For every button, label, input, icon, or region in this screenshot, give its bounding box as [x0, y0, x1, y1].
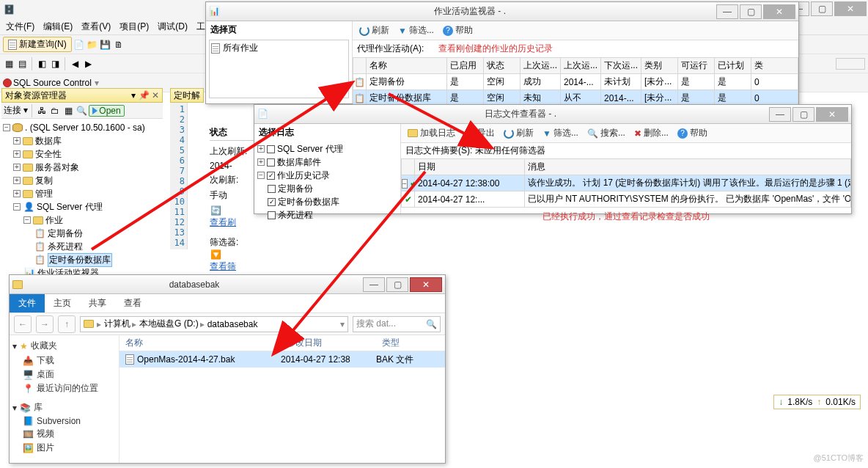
- load-log-button[interactable]: 加载日志: [404, 125, 459, 142]
- toolbar-dropdown[interactable]: [836, 58, 865, 70]
- tree-sql-agent[interactable]: SQL Server 代理: [37, 201, 103, 213]
- col-date[interactable]: 修改日期: [281, 335, 376, 351]
- sidebar-favorites[interactable]: 收藏夹: [31, 340, 57, 352]
- export-button[interactable]: 📤导出: [460, 125, 499, 142]
- tree-job-item[interactable]: 定期备份: [48, 227, 83, 240]
- tab-view[interactable]: 查看: [115, 294, 150, 312]
- close-button[interactable]: ✕: [834, 1, 867, 16]
- log-tree-job[interactable]: 定时备份数据库: [278, 196, 339, 208]
- refresh-button[interactable]: 刷新: [500, 125, 537, 142]
- log-tree-history[interactable]: 作业历史记录: [277, 169, 330, 182]
- toolbar-icon[interactable]: ◀: [69, 58, 81, 70]
- explorer-sidebar[interactable]: ▾★收藏夹 📥下载 🖥️桌面 📍最近访问的位置 ▾📚库 📘Subversion …: [10, 335, 119, 463]
- maximize-button[interactable]: ▢: [740, 4, 762, 19]
- expand-icon[interactable]: +: [13, 177, 21, 184]
- sidebar-video[interactable]: 视频: [37, 428, 54, 440]
- checkbox[interactable]: [268, 185, 276, 193]
- menu-edit[interactable]: 编辑(E): [43, 21, 73, 33]
- expand-icon[interactable]: +: [13, 150, 21, 158]
- checkbox[interactable]: [268, 211, 276, 219]
- sidebar-downloads[interactable]: 下载: [37, 354, 54, 367]
- col-lastrun2[interactable]: 上次运...: [561, 58, 601, 74]
- toolbar-icon[interactable]: ◨: [49, 58, 61, 70]
- tree-replication[interactable]: 复制: [35, 175, 53, 187]
- checkbox[interactable]: [267, 158, 275, 167]
- collapse-icon[interactable]: −: [13, 203, 21, 211]
- all-jobs-item[interactable]: 所有作业: [223, 42, 258, 54]
- checkbox-checked[interactable]: ✓: [268, 198, 276, 206]
- toolbar-icon[interactable]: ◧: [36, 58, 48, 70]
- chevron-down-icon[interactable]: ▾: [340, 319, 345, 329]
- sidebar-recent[interactable]: 最近访问的位置: [37, 382, 98, 395]
- col-status[interactable]: 状态: [484, 58, 521, 74]
- col-message[interactable]: 消息: [525, 159, 851, 175]
- new-query-button[interactable]: 新建查询(N): [3, 37, 72, 52]
- view-refresh-link[interactable]: 查看刷: [210, 217, 236, 227]
- tab-home[interactable]: 主页: [45, 294, 80, 312]
- maximize-button[interactable]: ▢: [811, 1, 833, 16]
- collapse-icon[interactable]: −: [23, 216, 31, 224]
- toolbar-icon[interactable]: 📄: [73, 39, 85, 51]
- log-tree-job[interactable]: 杀死进程: [278, 209, 313, 222]
- col-category[interactable]: 类别: [641, 58, 678, 74]
- chevron-down-icon[interactable]: ▾: [12, 341, 17, 351]
- chevron-down-icon[interactable]: ▾: [12, 403, 17, 413]
- tree-jobs[interactable]: 作业: [45, 214, 63, 227]
- log-tree-mail[interactable]: 数据库邮件: [277, 156, 321, 169]
- sidebar-libraries[interactable]: 库: [34, 401, 43, 414]
- pin-icon[interactable]: ▾ 📌: [131, 90, 149, 100]
- menu-project[interactable]: 项目(P): [119, 21, 149, 33]
- toolbar-icon[interactable]: 🗀: [49, 105, 61, 117]
- tree-server-objects[interactable]: 服务器对象: [35, 161, 79, 174]
- crumb-segment[interactable]: 本地磁盘G (D:)▸: [139, 318, 205, 330]
- close-button[interactable]: ✕: [816, 107, 848, 122]
- expand-icon[interactable]: +: [257, 158, 265, 166]
- filter-button[interactable]: ▼筛选...: [394, 23, 438, 39]
- toolbar-icon[interactable]: 📁: [87, 39, 98, 51]
- expand-icon[interactable]: +: [257, 145, 265, 153]
- object-explorer-tree[interactable]: −. (SQL Server 10.50.1600 - sa) +数据库 +安全…: [1, 119, 163, 282]
- refresh-icon[interactable]: 🔄: [210, 205, 221, 216]
- col-date[interactable]: 日期: [415, 159, 525, 175]
- tree-job-item[interactable]: 杀死进程: [48, 241, 83, 253]
- maximize-button[interactable]: ▢: [792, 107, 814, 122]
- menu-file[interactable]: 文件(F): [6, 21, 34, 33]
- col-enabled[interactable]: 已启用: [447, 58, 484, 74]
- close-button[interactable]: ✕: [763, 4, 795, 19]
- sidebar-pictures[interactable]: 图片: [37, 442, 54, 454]
- nav-back-button[interactable]: ←: [14, 315, 32, 333]
- help-button[interactable]: ?帮助: [674, 125, 711, 142]
- filter-icon[interactable]: 🔽: [210, 249, 221, 260]
- explorer-file-list[interactable]: 名称 修改日期 类型 OpenMas-2014-4-27.bak 2014-04…: [119, 335, 445, 463]
- sidebar-subversion[interactable]: Subversion: [37, 416, 81, 426]
- editor-tab[interactable]: 定时解: [170, 88, 204, 103]
- log-tree-job[interactable]: 定期备份: [278, 183, 313, 195]
- table-row[interactable]: 📋 定期备份是空闲成功2014-...未计划[未分...是是0: [353, 74, 798, 90]
- checkbox[interactable]: [267, 145, 275, 153]
- menu-debug[interactable]: 调试(D): [158, 21, 188, 33]
- col-nextrun[interactable]: 下次运...: [601, 58, 641, 74]
- connect-dropdown[interactable]: 连接 ▾: [4, 104, 28, 117]
- col-name[interactable]: 名称: [367, 58, 447, 74]
- chevron-down-icon[interactable]: ▾: [95, 78, 99, 88]
- open-button[interactable]: Open: [89, 105, 124, 117]
- close-button[interactable]: ✕: [410, 277, 442, 292]
- minimize-button[interactable]: —: [716, 4, 738, 19]
- tree-management[interactable]: 管理: [35, 188, 53, 200]
- collapse-icon[interactable]: −: [257, 172, 265, 179]
- crumb-segment[interactable]: 计算机▸: [104, 318, 136, 330]
- menu-view[interactable]: 查看(V): [81, 21, 111, 33]
- delete-button[interactable]: ✖删除...: [630, 125, 672, 142]
- crumb-segment[interactable]: databasebak: [207, 319, 258, 329]
- tree-databases[interactable]: 数据库: [35, 135, 62, 147]
- tab-share[interactable]: 共享: [80, 294, 115, 312]
- toolbar-icon[interactable]: 🔍: [76, 105, 87, 117]
- nav-up-button[interactable]: ↑: [58, 315, 76, 333]
- col-lastrun[interactable]: 上次运...: [521, 58, 561, 74]
- toolbar-icon[interactable]: ▤: [16, 58, 28, 70]
- col-extra[interactable]: 类: [751, 58, 798, 74]
- expand-icon[interactable]: +: [13, 137, 21, 145]
- nav-forward-button[interactable]: →: [36, 315, 54, 333]
- filter-button[interactable]: ▼筛选...: [539, 125, 582, 142]
- tree-server[interactable]: . (SQL Server 10.50.1600 - sa): [25, 123, 145, 133]
